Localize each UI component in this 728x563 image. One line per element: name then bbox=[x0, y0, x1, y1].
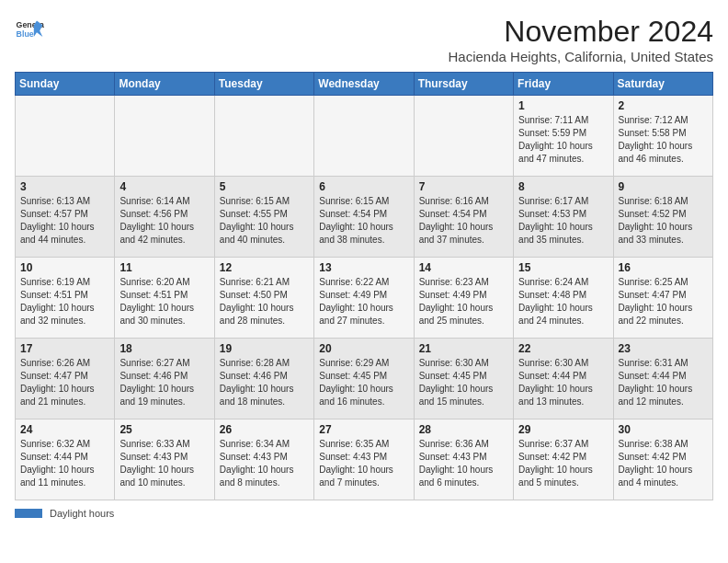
day-info: Sunrise: 6:33 AMSunset: 4:43 PMDaylight:… bbox=[119, 438, 209, 489]
day-number: 14 bbox=[419, 261, 508, 274]
calendar-week-2: 3Sunrise: 6:13 AMSunset: 4:57 PMDaylight… bbox=[16, 177, 713, 258]
day-number: 21 bbox=[419, 342, 508, 355]
day-info: Sunrise: 6:24 AMSunset: 4:48 PMDaylight:… bbox=[518, 276, 608, 327]
day-number: 24 bbox=[20, 423, 109, 436]
header-cell-saturday: Saturday bbox=[613, 73, 712, 96]
day-info: Sunrise: 6:25 AMSunset: 4:47 PMDaylight:… bbox=[619, 276, 708, 327]
calendar-week-1: 1Sunrise: 7:11 AMSunset: 5:59 PMDaylight… bbox=[16, 96, 713, 177]
day-number: 4 bbox=[119, 180, 209, 193]
calendar-cell: 22Sunrise: 6:30 AMSunset: 4:44 PMDayligh… bbox=[514, 339, 613, 419]
calendar-cell: 16Sunrise: 6:25 AMSunset: 4:47 PMDayligh… bbox=[613, 258, 712, 339]
calendar-cell: 8Sunrise: 6:17 AMSunset: 4:53 PMDaylight… bbox=[514, 177, 613, 258]
calendar-cell: 13Sunrise: 6:22 AMSunset: 4:49 PMDayligh… bbox=[314, 258, 414, 339]
calendar-header: SundayMondayTuesdayWednesdayThursdayFrid… bbox=[16, 73, 713, 96]
day-number: 13 bbox=[319, 261, 408, 274]
calendar-cell: 4Sunrise: 6:14 AMSunset: 4:56 PMDaylight… bbox=[115, 177, 214, 258]
day-number: 1 bbox=[518, 99, 608, 112]
day-number: 28 bbox=[419, 423, 508, 436]
day-number: 2 bbox=[619, 99, 708, 112]
day-info: Sunrise: 6:29 AMSunset: 4:45 PMDaylight:… bbox=[319, 357, 408, 408]
day-info: Sunrise: 6:16 AMSunset: 4:54 PMDaylight:… bbox=[419, 195, 508, 247]
day-number: 17 bbox=[20, 342, 109, 355]
calendar-cell: 25Sunrise: 6:33 AMSunset: 4:43 PMDayligh… bbox=[115, 419, 214, 500]
day-info: Sunrise: 6:26 AMSunset: 4:47 PMDaylight:… bbox=[20, 357, 109, 408]
day-info: Sunrise: 6:28 AMSunset: 4:46 PMDaylight:… bbox=[220, 357, 309, 408]
day-info: Sunrise: 6:37 AMSunset: 4:42 PMDaylight:… bbox=[518, 438, 608, 489]
page-header: General Blue November 2024 Hacienda Heig… bbox=[15, 15, 713, 64]
calendar-cell: 1Sunrise: 7:11 AMSunset: 5:59 PMDaylight… bbox=[514, 96, 613, 177]
day-number: 16 bbox=[619, 261, 708, 274]
legend: Daylight hours bbox=[15, 508, 713, 519]
title-block: November 2024 Hacienda Heights, Californ… bbox=[449, 15, 714, 64]
day-info: Sunrise: 6:34 AMSunset: 4:43 PMDaylight:… bbox=[220, 438, 309, 489]
calendar-cell: 14Sunrise: 6:23 AMSunset: 4:49 PMDayligh… bbox=[414, 258, 513, 339]
day-number: 23 bbox=[619, 342, 708, 355]
day-number: 29 bbox=[518, 423, 608, 436]
calendar-cell: 27Sunrise: 6:35 AMSunset: 4:43 PMDayligh… bbox=[314, 419, 414, 500]
day-info: Sunrise: 6:38 AMSunset: 4:42 PMDaylight:… bbox=[619, 438, 708, 489]
calendar-cell: 11Sunrise: 6:20 AMSunset: 4:51 PMDayligh… bbox=[115, 258, 214, 339]
day-info: Sunrise: 6:15 AMSunset: 4:55 PMDaylight:… bbox=[220, 195, 309, 247]
calendar-cell bbox=[414, 96, 513, 177]
calendar-cell: 17Sunrise: 6:26 AMSunset: 4:47 PMDayligh… bbox=[16, 339, 115, 419]
calendar-cell: 29Sunrise: 6:37 AMSunset: 4:42 PMDayligh… bbox=[514, 419, 613, 500]
day-number: 6 bbox=[319, 180, 408, 193]
calendar-cell: 26Sunrise: 6:34 AMSunset: 4:43 PMDayligh… bbox=[214, 419, 313, 500]
calendar-body: 1Sunrise: 7:11 AMSunset: 5:59 PMDaylight… bbox=[16, 96, 713, 500]
day-info: Sunrise: 6:18 AMSunset: 4:52 PMDaylight:… bbox=[619, 195, 708, 247]
calendar-cell: 19Sunrise: 6:28 AMSunset: 4:46 PMDayligh… bbox=[214, 339, 313, 419]
calendar-cell: 23Sunrise: 6:31 AMSunset: 4:44 PMDayligh… bbox=[613, 339, 712, 419]
day-info: Sunrise: 6:30 AMSunset: 4:45 PMDaylight:… bbox=[419, 357, 508, 408]
calendar-cell: 5Sunrise: 6:15 AMSunset: 4:55 PMDaylight… bbox=[214, 177, 313, 258]
svg-text:Blue: Blue bbox=[17, 29, 34, 39]
calendar-cell: 24Sunrise: 6:32 AMSunset: 4:44 PMDayligh… bbox=[16, 419, 115, 500]
calendar-cell: 15Sunrise: 6:24 AMSunset: 4:48 PMDayligh… bbox=[514, 258, 613, 339]
day-info: Sunrise: 6:21 AMSunset: 4:50 PMDaylight:… bbox=[220, 276, 309, 327]
header-cell-thursday: Thursday bbox=[414, 73, 513, 96]
calendar-cell bbox=[314, 96, 414, 177]
month-title: November 2024 bbox=[449, 15, 714, 49]
logo-icon: General Blue bbox=[15, 15, 44, 44]
day-info: Sunrise: 6:14 AMSunset: 4:56 PMDaylight:… bbox=[119, 195, 209, 247]
day-info: Sunrise: 6:30 AMSunset: 4:44 PMDaylight:… bbox=[518, 357, 608, 408]
day-info: Sunrise: 6:27 AMSunset: 4:46 PMDaylight:… bbox=[119, 357, 209, 408]
day-number: 7 bbox=[419, 180, 508, 193]
location-subtitle: Hacienda Heights, California, United Sta… bbox=[449, 49, 714, 64]
day-number: 19 bbox=[220, 342, 309, 355]
day-info: Sunrise: 7:12 AMSunset: 5:58 PMDaylight:… bbox=[619, 114, 708, 166]
day-number: 25 bbox=[119, 423, 209, 436]
calendar-cell: 9Sunrise: 6:18 AMSunset: 4:52 PMDaylight… bbox=[613, 177, 712, 258]
calendar-cell bbox=[115, 96, 214, 177]
calendar-cell: 20Sunrise: 6:29 AMSunset: 4:45 PMDayligh… bbox=[314, 339, 414, 419]
day-info: Sunrise: 6:36 AMSunset: 4:43 PMDaylight:… bbox=[419, 438, 508, 489]
day-info: Sunrise: 6:22 AMSunset: 4:49 PMDaylight:… bbox=[319, 276, 408, 327]
day-info: Sunrise: 6:23 AMSunset: 4:49 PMDaylight:… bbox=[419, 276, 508, 327]
day-info: Sunrise: 6:20 AMSunset: 4:51 PMDaylight:… bbox=[119, 276, 209, 327]
legend-label: Daylight hours bbox=[50, 508, 114, 519]
day-number: 15 bbox=[518, 261, 608, 274]
header-row: SundayMondayTuesdayWednesdayThursdayFrid… bbox=[16, 73, 713, 96]
day-info: Sunrise: 6:32 AMSunset: 4:44 PMDaylight:… bbox=[20, 438, 109, 489]
calendar-cell: 21Sunrise: 6:30 AMSunset: 4:45 PMDayligh… bbox=[414, 339, 513, 419]
calendar-cell: 10Sunrise: 6:19 AMSunset: 4:51 PMDayligh… bbox=[16, 258, 115, 339]
day-number: 27 bbox=[319, 423, 408, 436]
calendar-cell bbox=[16, 96, 115, 177]
calendar-table: SundayMondayTuesdayWednesdayThursdayFrid… bbox=[15, 72, 713, 500]
calendar-week-4: 17Sunrise: 6:26 AMSunset: 4:47 PMDayligh… bbox=[16, 339, 713, 419]
calendar-cell: 2Sunrise: 7:12 AMSunset: 5:58 PMDaylight… bbox=[613, 96, 712, 177]
day-info: Sunrise: 6:19 AMSunset: 4:51 PMDaylight:… bbox=[20, 276, 109, 327]
calendar-cell: 12Sunrise: 6:21 AMSunset: 4:50 PMDayligh… bbox=[214, 258, 313, 339]
day-number: 18 bbox=[119, 342, 209, 355]
calendar-cell: 6Sunrise: 6:15 AMSunset: 4:54 PMDaylight… bbox=[314, 177, 414, 258]
day-number: 30 bbox=[619, 423, 708, 436]
calendar-week-3: 10Sunrise: 6:19 AMSunset: 4:51 PMDayligh… bbox=[16, 258, 713, 339]
header-cell-monday: Monday bbox=[115, 73, 214, 96]
day-number: 20 bbox=[319, 342, 408, 355]
calendar-cell: 28Sunrise: 6:36 AMSunset: 4:43 PMDayligh… bbox=[414, 419, 513, 500]
calendar-cell bbox=[214, 96, 313, 177]
header-cell-tuesday: Tuesday bbox=[214, 73, 313, 96]
calendar-week-5: 24Sunrise: 6:32 AMSunset: 4:44 PMDayligh… bbox=[16, 419, 713, 500]
day-info: Sunrise: 6:35 AMSunset: 4:43 PMDaylight:… bbox=[319, 438, 408, 489]
header-cell-sunday: Sunday bbox=[16, 73, 115, 96]
day-number: 11 bbox=[119, 261, 209, 274]
